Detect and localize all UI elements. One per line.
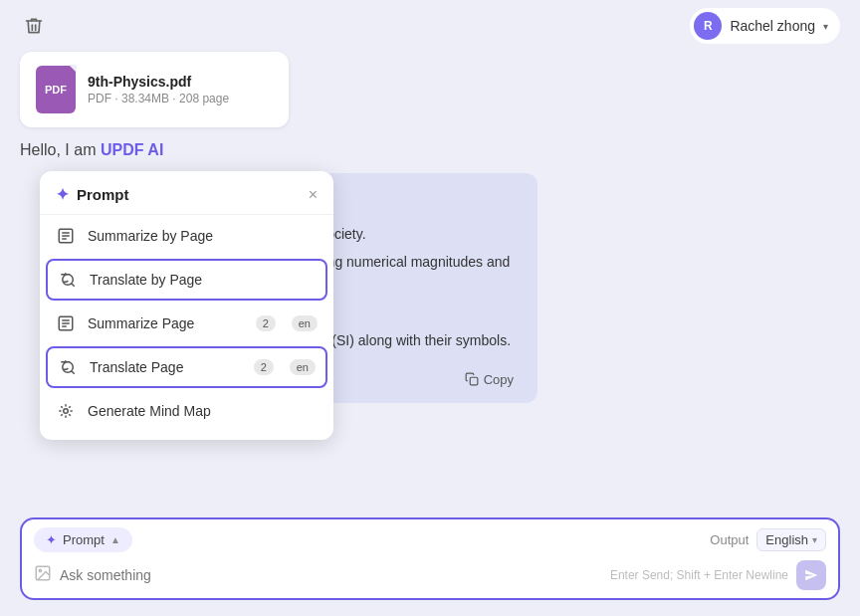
- user-badge[interactable]: R Rachel zhong ▾: [690, 8, 840, 44]
- badge-lang: en: [292, 315, 318, 331]
- top-bar: R Rachel zhong ▾: [0, 0, 860, 52]
- avatar: R: [694, 12, 722, 40]
- menu-item-summarize-page[interactable]: Summarize Page 2 en: [40, 303, 333, 344]
- translate-icon: [58, 270, 78, 290]
- summarize-icon: [56, 313, 76, 333]
- file-card: PDF 9th-Physics.pdf PDF · 38.34MB · 208 …: [20, 52, 289, 127]
- chevron-up-icon: ▲: [110, 534, 120, 545]
- file-meta: PDF · 38.34MB · 208 page: [88, 92, 273, 105]
- bottom-top-row: ✦ Prompt ▲ Output English ▾: [34, 527, 826, 552]
- bottom-input-row: Enter Send; Shift + Enter Newline: [34, 560, 826, 590]
- content-area: PDF 9th-Physics.pdf PDF · 38.34MB · 208 …: [0, 52, 860, 517]
- sparkle-icon: ✦: [56, 185, 69, 204]
- badge-number: 2: [254, 359, 274, 375]
- svg-point-11: [39, 569, 41, 571]
- prompt-panel: ✦ Prompt × Summarize by Page: [40, 171, 333, 440]
- file-info: 9th-Physics.pdf PDF · 38.34MB · 208 page: [88, 74, 273, 105]
- file-name: 9th-Physics.pdf: [88, 74, 273, 90]
- ask-input[interactable]: [60, 567, 602, 583]
- pdf-icon: PDF: [36, 66, 76, 113]
- brand-name: UPDF AI: [101, 141, 163, 158]
- close-button[interactable]: ×: [309, 187, 318, 203]
- send-button[interactable]: [796, 560, 826, 590]
- hint-text: Enter Send; Shift + Enter Newline: [610, 568, 788, 582]
- output-label: Output: [710, 532, 749, 547]
- menu-item-mind-map[interactable]: Generate Mind Map: [40, 390, 333, 432]
- badge-lang: en: [290, 359, 316, 375]
- menu-item-translate-page[interactable]: Translate Page 2 en: [46, 346, 327, 388]
- menu-label: Translate Page: [90, 359, 238, 375]
- menu-label: Summarize Page: [88, 315, 240, 331]
- language-value: English: [765, 532, 808, 547]
- output-area: Output English ▾: [710, 528, 826, 551]
- language-selector[interactable]: English ▾: [756, 528, 826, 551]
- prompt-header: ✦ Prompt ×: [40, 171, 333, 215]
- menu-item-translate-by-page[interactable]: Translate by Page: [46, 259, 327, 301]
- greeting-text: Hello, I am UPDF AI: [20, 141, 840, 159]
- svg-rect-0: [470, 377, 478, 385]
- user-name-label: Rachel zhong: [730, 18, 815, 34]
- menu-label: Translate by Page: [90, 272, 316, 288]
- copy-button[interactable]: Copy: [457, 368, 522, 391]
- image-icon: [34, 564, 52, 586]
- bottom-bar: ✦ Prompt ▲ Output English ▾ Enter Send; …: [20, 517, 840, 600]
- sparkle-small-icon: ✦: [46, 532, 57, 547]
- chevron-down-icon: ▾: [823, 21, 828, 32]
- svg-point-9: [64, 409, 69, 414]
- menu-item-summarize-by-page[interactable]: Summarize by Page: [40, 215, 333, 257]
- chat-area: Outcomes cience, Technology, and Society…: [20, 173, 840, 517]
- mindmap-icon: [56, 401, 76, 421]
- summarize-icon: [56, 226, 76, 246]
- prompt-header-title: ✦ Prompt: [56, 185, 129, 204]
- chevron-down-icon: ▾: [812, 534, 817, 545]
- translate-icon: [58, 357, 78, 377]
- badge-number: 2: [256, 315, 276, 331]
- trash-icon[interactable]: [20, 12, 48, 40]
- prompt-button[interactable]: ✦ Prompt ▲: [34, 527, 132, 552]
- main-container: R Rachel zhong ▾ PDF 9th-Physics.pdf PDF…: [0, 0, 860, 616]
- menu-label: Generate Mind Map: [88, 403, 318, 419]
- menu-label: Summarize by Page: [88, 228, 318, 244]
